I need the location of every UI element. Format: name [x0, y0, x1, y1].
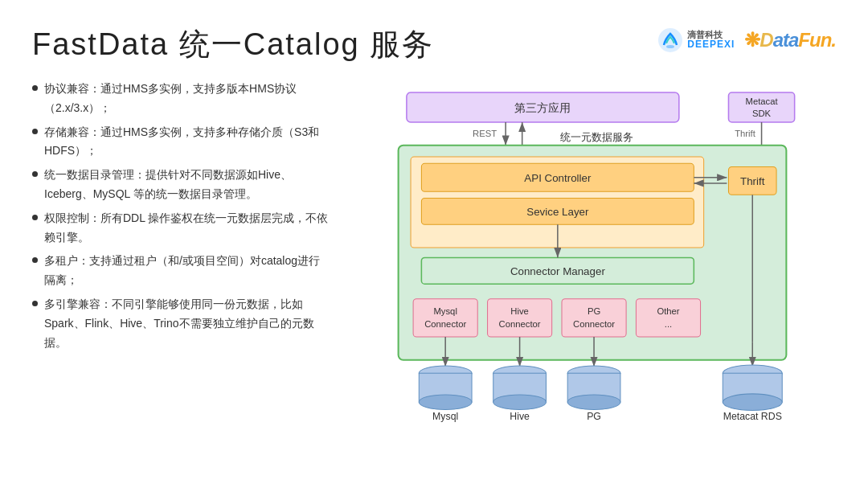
third-party-label: 第三方应用 — [514, 101, 571, 114]
bullet-text: 存储兼容：通过HMS多实例，支持多种存储介质（S3和HDFS）； — [44, 123, 330, 162]
architecture-diagram: 第三方应用 Metacat SDK REST 统一元数据服务 Thrift — [349, 80, 836, 472]
svg-point-1 — [666, 45, 674, 48]
mysql-connector-box — [413, 299, 477, 337]
content-row: 协议兼容：通过HMS多实例，支持多版本HMS协议（2.x/3.x）； 存储兼容：… — [32, 80, 836, 472]
bullet-icon — [32, 171, 38, 177]
bullet-text: 多租户：支持通过租户（和/或项目空间）对catalog进行隔离； — [44, 252, 330, 290]
metacat-sdk-label2: SDK — [752, 109, 772, 118]
list-item: 多租户：支持通过租户（和/或项目空间）对catalog进行隔离； — [32, 252, 330, 290]
other-connector-label1: Other — [657, 306, 679, 316]
datafun-logo: ❋DataFun. — [744, 29, 836, 51]
bullet-icon — [32, 85, 38, 91]
deepexi-logo: 滴普科技 DEEPEXI — [657, 27, 735, 53]
bullet-icon — [32, 129, 38, 134]
svg-point-0 — [658, 28, 682, 52]
metacat-rds-label: Metacat RDS — [723, 411, 782, 422]
hive-db-label: Hive — [510, 411, 530, 422]
pg-connector-label2: Connector — [573, 319, 615, 329]
page-title: FastData 统一Catalog 服务 — [32, 24, 434, 65]
logos-area: 滴普科技 DEEPEXI ❋DataFun. — [657, 24, 836, 53]
rest-label: REST — [473, 129, 497, 138]
right-panel: 第三方应用 Metacat SDK REST 统一元数据服务 Thrift — [349, 80, 836, 472]
bullet-text: 协议兼容：通过HMS多实例，支持多版本HMS协议（2.x/3.x）； — [44, 80, 330, 118]
pg-connector-box — [562, 299, 626, 337]
bullet-icon — [32, 215, 38, 220]
pg-db-label: PG — [587, 411, 601, 422]
hive-connector-box — [488, 299, 552, 337]
left-panel: 协议兼容：通过HMS多实例，支持多版本HMS协议（2.x/3.x）； 存储兼容：… — [32, 80, 330, 472]
metacat-rds-bottom — [723, 394, 782, 411]
api-controller-label: API Controller — [524, 172, 592, 184]
hive-connector-label1: Hive — [510, 306, 529, 316]
mysql-connector-label2: Connector — [424, 319, 466, 329]
mysql-db-label: Mysql — [432, 411, 458, 422]
bullet-list: 协议兼容：通过HMS多实例，支持多版本HMS协议（2.x/3.x）； 存储兼容：… — [32, 80, 330, 352]
list-item: 权限控制：所有DDL 操作鉴权在统一元数据层完成，不依赖引擎。 — [32, 209, 330, 248]
thrift-label: Thrift — [740, 175, 765, 187]
slide: FastData 统一Catalog 服务 滴普科技 DEEPEXI ❋Data… — [0, 0, 868, 488]
hive-db-bottom — [493, 395, 547, 409]
list-item: 统一数据目录管理：提供针对不同数据源如Hive、Iceberg、MySQL 等的… — [32, 166, 330, 204]
list-item: 协议兼容：通过HMS多实例，支持多版本HMS协议（2.x/3.x）； — [32, 80, 330, 118]
pg-db-bottom — [567, 395, 620, 409]
unified-service-label: 统一元数据服务 — [560, 131, 633, 143]
bullet-icon — [32, 257, 38, 263]
metacat-sdk-label1: Metacat — [745, 96, 778, 106]
header-row: FastData 统一Catalog 服务 滴普科技 DEEPEXI ❋Data… — [32, 24, 836, 65]
bullet-text: 多引擎兼容：不同引擎能够使用同一份元数据，比如Spark、Flink、Hive、… — [44, 295, 330, 352]
list-item: 多引擎兼容：不同引擎能够使用同一份元数据，比如Spark、Flink、Hive、… — [32, 295, 330, 352]
other-connector-label2: ... — [665, 319, 672, 329]
bullet-text: 统一数据目录管理：提供针对不同数据源如Hive、Iceberg、MySQL 等的… — [44, 166, 330, 204]
bullet-icon — [32, 301, 38, 306]
connector-manager-label: Connector Manager — [510, 265, 605, 277]
other-connector-box — [636, 299, 700, 337]
deepexi-icon — [657, 27, 683, 53]
list-item: 存储兼容：通过HMS多实例，支持多种存储介质（S3和HDFS）； — [32, 123, 330, 162]
hive-connector-label2: Connector — [499, 319, 541, 329]
diagram-svg: 第三方应用 Metacat SDK REST 统一元数据服务 Thrift — [349, 80, 836, 472]
pg-connector-label1: PG — [588, 306, 600, 316]
service-layer-label: Sevice Layer — [526, 206, 589, 218]
deepexi-en-label: DEEPEXI — [687, 39, 735, 50]
bullet-text: 权限控制：所有DDL 操作鉴权在统一元数据层完成，不依赖引擎。 — [44, 209, 330, 248]
mysql-connector-label1: Mysql — [433, 306, 457, 316]
mysql-db-bottom — [419, 395, 472, 409]
thrift-top-label: Thrift — [735, 129, 756, 138]
